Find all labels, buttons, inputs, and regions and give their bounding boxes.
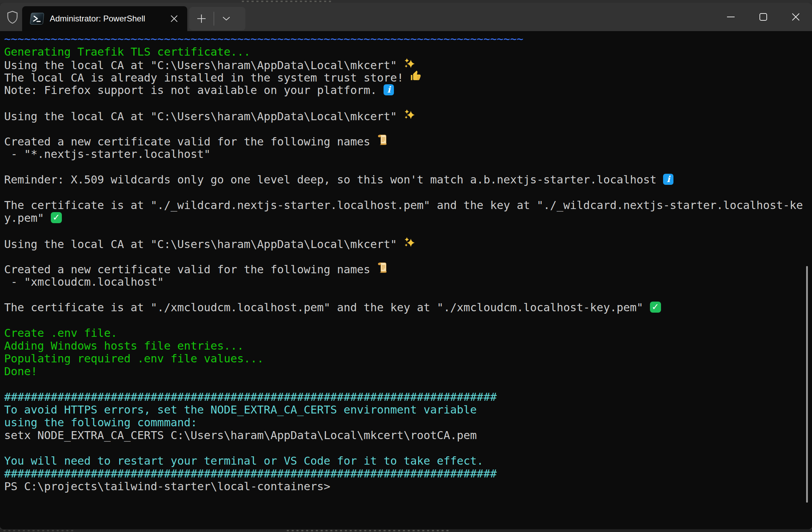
terminal-line	[4, 225, 812, 237]
background-app-glyphs	[3, 530, 76, 531]
terminal-line-text: Create .env file.	[4, 326, 117, 340]
terminal-line: The certificate is at "./xmcloudcm.local…	[4, 301, 812, 314]
terminal-line	[4, 288, 812, 301]
terminal-line: You will need to restart your terminal o…	[4, 455, 812, 467]
terminal-line: Created a new certificate valid for the …	[4, 135, 812, 148]
tab-row-extras	[189, 7, 245, 30]
sparkles-icon	[404, 236, 415, 251]
sparkles-icon	[404, 108, 415, 124]
close-window-icon	[791, 12, 801, 22]
terminal-line	[4, 186, 812, 199]
terminal-line	[4, 161, 812, 173]
terminal-window: Administrator: PowerShell	[0, 3, 812, 529]
terminal-line: - "xmcloudcm.localhost"	[4, 276, 812, 288]
titlebar[interactable]: Administrator: PowerShell	[0, 3, 812, 31]
terminal-line-text: The local CA is already installed in the…	[4, 71, 410, 84]
terminal-line-text: Done!	[4, 365, 37, 378]
scrollbar-thumb[interactable]	[806, 266, 808, 503]
tab-dropdown-button[interactable]	[214, 7, 238, 30]
terminal-line	[4, 250, 812, 263]
terminal-line-text: Created a new certificate valid for the …	[4, 135, 377, 148]
terminal-line-text: Adding Windows hosts file entries...	[4, 339, 244, 352]
terminal-line	[4, 314, 812, 327]
terminal-line-text: ########################################…	[4, 467, 497, 480]
terminal-line-text: - "*.nextjs-starter.localhost"	[4, 148, 210, 161]
terminal-line	[4, 97, 812, 110]
admin-shield-icon	[6, 10, 19, 24]
close-tab-icon	[170, 14, 179, 23]
terminal-line-text: Note: Firefox support is not available o…	[4, 84, 384, 97]
new-tab-icon	[196, 13, 207, 24]
terminal-line-text: using the following commmand:	[4, 416, 197, 429]
background-window-sliver-top	[0, 0, 812, 3]
terminal-line: using the following commmand:	[4, 416, 812, 429]
close-tab-button[interactable]	[165, 10, 183, 28]
powershell-icon	[30, 13, 44, 25]
terminal-line: To avoid HTTPS errors, set the NODE_EXTR…	[4, 403, 812, 416]
terminal-line: The certificate is at "./_wildcard.nextj…	[4, 199, 812, 212]
check-icon: ✓	[51, 212, 62, 223]
terminal-line: setx NODE_EXTRA_CA_CERTS C:\Users\haram\…	[4, 429, 812, 442]
terminal-line: ########################################…	[4, 391, 812, 403]
terminal-line-text: PS C:\projects\tailwind-starter\local-co…	[4, 480, 330, 493]
scroll-icon	[377, 134, 388, 149]
terminal-line-text: setx NODE_EXTRA_CA_CERTS C:\Users\haram\…	[4, 429, 477, 442]
terminal-line: ########################################…	[4, 467, 812, 480]
terminal-line: Note: Firefox support is not available o…	[4, 84, 812, 97]
check-icon: ✓	[650, 302, 661, 313]
thumbs-up-icon	[410, 70, 422, 84]
terminal-line-text: Generating Traefik TLS certificate...	[4, 45, 251, 58]
terminal-line: The local CA is already installed in the…	[4, 71, 812, 84]
terminal-line: Adding Windows hosts file entries...	[4, 340, 812, 352]
terminal-line: Create .env file.	[4, 327, 812, 340]
maximize-icon	[759, 12, 768, 21]
terminal-line-text: The certificate is at "./_wildcard.nextj…	[4, 199, 803, 212]
info-icon: i	[384, 84, 394, 95]
terminal-line-text: To avoid HTTPS errors, set the NODE_EXTR…	[4, 403, 477, 416]
terminal-line-text: Using the local CA at "C:\Users\haram\Ap…	[4, 238, 404, 251]
minimize-button[interactable]	[715, 3, 747, 31]
window-controls	[715, 3, 812, 31]
minimize-icon	[726, 12, 735, 21]
terminal-line: y.pem" ✓	[4, 212, 812, 225]
terminal-line: Using the local CA at "C:\Users\haram\Ap…	[4, 110, 812, 122]
terminal-line-text: You will need to restart your terminal o…	[4, 454, 483, 467]
terminal-line-text: ########################################…	[4, 390, 497, 403]
terminal-line: Populating required .env file values...	[4, 352, 812, 365]
terminal-line-text: Populating required .env file values...	[4, 352, 264, 365]
terminal-output[interactable]: ~~~~~~~~~~~~~~~~~~~~~~~~~~~~~~~~~~~~~~~~…	[0, 31, 812, 529]
scroll-icon	[377, 262, 388, 276]
terminal-line: Using the local CA at "C:\Users\haram\Ap…	[4, 58, 812, 71]
terminal-line: ~~~~~~~~~~~~~~~~~~~~~~~~~~~~~~~~~~~~~~~~…	[4, 33, 812, 46]
terminal-line: Done!	[4, 365, 812, 378]
terminal-line: - "*.nextjs-starter.localhost"	[4, 148, 812, 161]
background-app-glyphs	[242, 1, 332, 2]
terminal-line	[4, 442, 812, 455]
close-window-button[interactable]	[780, 3, 812, 31]
terminal-line-text: Created a new certificate valid for the …	[4, 263, 377, 276]
terminal-line-text: Using the local CA at "C:\Users\haram\Ap…	[4, 110, 404, 123]
terminal-line: Created a new certificate valid for the …	[4, 263, 812, 276]
maximize-button[interactable]	[747, 3, 780, 31]
terminal-line-text: The certificate is at "./xmcloudcm.local…	[4, 301, 650, 314]
tab-administrator-powershell[interactable]: Administrator: PowerShell	[22, 6, 187, 31]
terminal-line-text: y.pem"	[4, 211, 51, 225]
terminal-line: PS C:\projects\tailwind-starter\local-co…	[4, 480, 812, 493]
terminal-line-text: Reminder: X.509 wildcards only go one le…	[4, 173, 663, 186]
terminal-line	[4, 378, 812, 391]
terminal-line-text: Using the local CA at "C:\Users\haram\Ap…	[4, 59, 404, 72]
terminal-line	[4, 122, 812, 135]
info-icon: i	[663, 174, 673, 185]
terminal-line: Generating Traefik TLS certificate...	[4, 46, 812, 58]
background-app-glyphs	[287, 530, 449, 531]
terminal-line: Using the local CA at "C:\Users\haram\Ap…	[4, 237, 812, 250]
terminal-line: Reminder: X.509 wildcards only go one le…	[4, 173, 812, 186]
new-tab-button[interactable]	[189, 7, 214, 30]
terminal-line-text: - "xmcloudcm.localhost"	[4, 275, 164, 288]
terminal-line-text: ~~~~~~~~~~~~~~~~~~~~~~~~~~~~~~~~~~~~~~~~…	[4, 32, 523, 46]
background-window-sliver-bottom	[0, 529, 812, 532]
chevron-down-icon	[222, 16, 230, 21]
tab-title: Administrator: PowerShell	[50, 6, 165, 31]
